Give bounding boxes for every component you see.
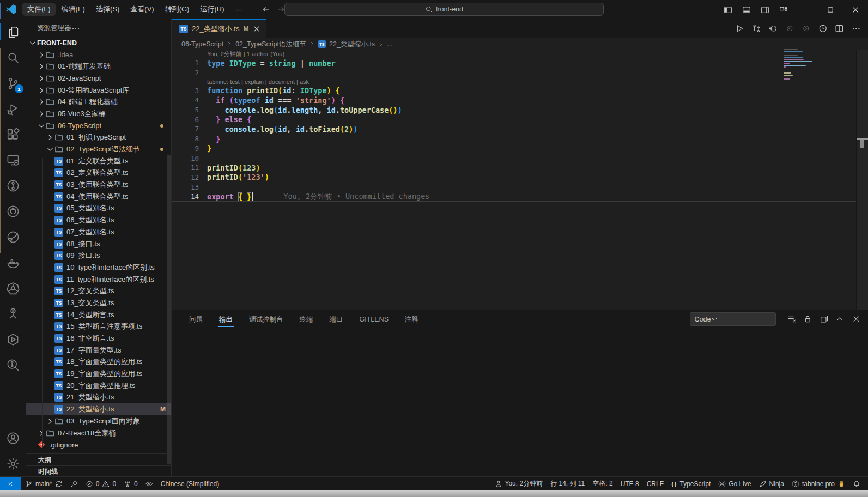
status-language-mode[interactable]: {}TypeScript	[668, 477, 714, 490]
tree-folder-06-TypeScript[interactable]: 06-TypeScript	[26, 120, 171, 132]
minimap[interactable]	[784, 49, 816, 81]
breadcrumb-item[interactable]: 22_类型缩小.ts	[329, 40, 375, 49]
tree-folder-05-Vue3全家桶[interactable]: 05-Vue3全家桶	[26, 108, 171, 120]
line-number[interactable]: 11	[172, 163, 207, 172]
line-number[interactable]: 10	[172, 154, 207, 162]
activity-explorer[interactable]	[0, 19, 26, 45]
activity-hexagon-play[interactable]	[0, 326, 26, 352]
tree-file-10_type和interface的区别.ts[interactable]: TS10_type和interface的区别.ts	[26, 262, 171, 274]
panel-tab-注释[interactable]: 注释	[404, 312, 420, 328]
tree-folder-03-常用的JavaScript库[interactable]: 03-常用的JavaScript库	[26, 84, 171, 96]
more-actions-icon[interactable]	[71, 24, 80, 33]
tree-file-.gitignore[interactable]: .gitignore	[26, 439, 171, 451]
tree-folder-01-前端开发基础[interactable]: 01-前端开发基础	[26, 60, 171, 72]
menu-file[interactable]: 文件(F)	[22, 3, 56, 16]
tree-file-13_交叉类型.ts[interactable]: TS13_交叉类型.ts	[26, 297, 171, 309]
line-number[interactable]: 6	[172, 116, 207, 124]
toggle-layout-sidebar-right-button[interactable]	[756, 0, 774, 19]
minimize-button[interactable]	[793, 0, 818, 19]
run-button[interactable]	[735, 24, 744, 33]
tree-folder-.idea[interactable]: .idea	[26, 49, 171, 61]
line-number[interactable]: 8	[172, 135, 207, 143]
line-number[interactable]: 5	[172, 106, 207, 114]
nav-prev-button[interactable]	[785, 24, 794, 33]
code-line-12[interactable]: 12printID('123')	[172, 173, 857, 183]
file-history-button[interactable]	[818, 24, 828, 33]
maximize-button[interactable]	[818, 0, 843, 19]
tree-file-18_字面量类型的应用.ts[interactable]: TS18_字面量类型的应用.ts	[26, 356, 171, 368]
tree-file-22_类型缩小.ts[interactable]: TS22_类型缩小.tsM	[26, 403, 171, 415]
tree-folder-03_TypeScript面向对象[interactable]: 03_TypeScript面向对象	[26, 415, 171, 427]
tree-file-07_类型别名.ts[interactable]: TS07_类型别名.ts	[26, 226, 171, 238]
activity-search[interactable]	[0, 45, 26, 70]
tree-file-20_字面量类型推理.ts[interactable]: TS20_字面量类型推理.ts	[26, 380, 171, 392]
activity-gitlens-inspect[interactable]	[0, 352, 26, 378]
tree-file-15_类型断言注意事项.ts[interactable]: TS15_类型断言注意事项.ts	[26, 321, 171, 333]
status-ninja[interactable]: Ninja	[756, 477, 787, 490]
line-number[interactable]: 9	[172, 144, 207, 153]
status-go-live[interactable]: Go Live	[715, 477, 754, 490]
line-number[interactable]: 12	[172, 173, 207, 181]
toggle-layout-custom-button[interactable]	[774, 0, 793, 19]
line-number[interactable]: 4	[172, 96, 207, 104]
status-problems[interactable]: 00	[82, 477, 119, 490]
clear-output-button[interactable]	[787, 314, 797, 324]
activity-remote-explorer[interactable]	[0, 147, 26, 173]
code-line-8[interactable]: 8 }	[172, 134, 857, 144]
menu-edit[interactable]: 编辑(E)	[57, 3, 90, 16]
split-editor-button[interactable]	[835, 24, 844, 33]
tab-22-leixingsuoxiao[interactable]: TS 22_类型缩小.ts M	[172, 19, 266, 38]
toggle-layout-sidebar-button[interactable]	[719, 0, 737, 19]
menu-more[interactable]: ···	[230, 4, 247, 15]
menu-run[interactable]: 运行(R)	[195, 3, 229, 16]
tree-file-21_类型缩小.ts[interactable]: TS21_类型缩小.ts	[26, 392, 171, 404]
panel-tab-终端[interactable]: 终端	[299, 312, 314, 328]
status-branch[interactable]: main*	[22, 477, 66, 490]
line-number[interactable]: 3	[172, 87, 207, 95]
arrow-left-icon[interactable]	[262, 5, 270, 14]
maximize-panel-button[interactable]	[835, 314, 845, 324]
codelens-row[interactable]: tabnine: test | explain | document | ask	[172, 77, 857, 86]
open-changes-button[interactable]	[768, 24, 778, 33]
tree-folder-FRONT-END[interactable]: FRONT-END	[26, 37, 171, 49]
breadcrumb[interactable]: 06-TypeScript02_TypeScript语法细节TS22_类型缩小.…	[181, 38, 393, 50]
menu-goto[interactable]: 转到(G)	[160, 3, 195, 16]
tree-folder-07-React18全家桶[interactable]: 07-React18全家桶	[26, 427, 171, 439]
line-number[interactable]: 2	[172, 69, 207, 77]
breadcrumb-item[interactable]: ...	[387, 40, 392, 48]
code-line-13[interactable]: 13	[172, 182, 857, 192]
command-center[interactable]: front-end	[284, 3, 604, 16]
tree-file-11_type和interface的区别.ts[interactable]: TS11_type和interface的区别.ts	[26, 274, 171, 286]
code-line-7[interactable]: 7 console.log(id, id.toFixed(2))	[172, 124, 857, 134]
tree-file-01_定义联合类型.ts[interactable]: TS01_定义联合类型.ts	[26, 155, 171, 167]
code-line-5[interactable]: 5 console.log(id.length, id.toUpperCase(…	[172, 105, 857, 115]
tree-folder-04-前端工程化基础[interactable]: 04-前端工程化基础	[26, 96, 171, 108]
code-editor[interactable]: You, 2分钟前 | 1 author (You)1type IDType =…	[172, 50, 857, 310]
activity-extensions[interactable]	[0, 122, 26, 147]
code-line-11[interactable]: 11printID(123)	[172, 163, 857, 173]
tree-file-04_使用联合类型.ts[interactable]: TS04_使用联合类型.ts	[26, 191, 171, 203]
status-language-pack[interactable]: Chinese (Simplified)	[157, 477, 222, 490]
status-encoding[interactable]: UTF-8	[617, 477, 642, 490]
activity-globe[interactable]	[0, 224, 26, 250]
tree-file-05_类型别名.ts[interactable]: TS05_类型别名.ts	[26, 203, 171, 215]
breadcrumb-item[interactable]: 06-TypeScript	[181, 40, 223, 48]
status-tabnine[interactable]: tabnine pro	[788, 477, 848, 490]
activity-gitlens[interactable]	[0, 173, 26, 198]
code-line-10[interactable]: 10	[172, 153, 857, 163]
tab-close-icon[interactable]	[252, 25, 261, 33]
code-line-6[interactable]: 6 } else {	[172, 114, 857, 124]
activity-testing[interactable]	[0, 301, 26, 326]
line-number[interactable]: 7	[172, 125, 207, 133]
activity-kubernetes[interactable]	[0, 275, 26, 301]
lock-scroll-button[interactable]	[803, 314, 812, 324]
compare-changes-button[interactable]	[752, 24, 761, 33]
tree-file-17_字面量类型.ts[interactable]: TS17_字面量类型.ts	[26, 344, 171, 356]
status-ports[interactable]: 0	[120, 477, 141, 490]
tree-file-03_使用联合类型.ts[interactable]: TS03_使用联合类型.ts	[26, 179, 171, 191]
panel-tab-调试控制台[interactable]: 调试控制台	[248, 312, 284, 328]
line-number[interactable]: 1	[172, 59, 207, 67]
outline-section[interactable]: 大纲	[26, 453, 171, 466]
breadcrumb-item[interactable]: 02_TypeScript语法细节	[235, 40, 306, 49]
code-line-4[interactable]: 4 if (typeof id === 'string') {	[172, 95, 857, 105]
